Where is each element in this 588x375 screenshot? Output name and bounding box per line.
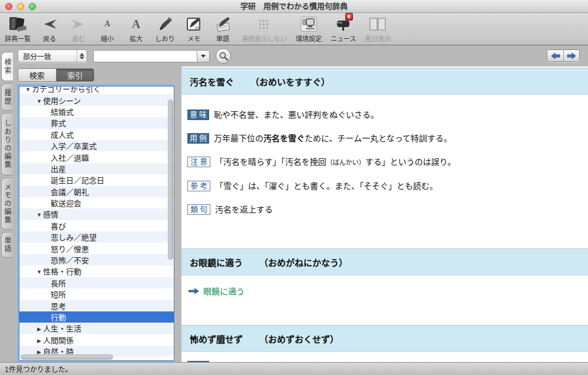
reading: （おめいをすすぐ） [250,75,330,88]
disclosure-triangle-icon[interactable] [35,324,43,333]
disclosure-triangle-icon[interactable] [35,210,43,218]
bookmark-button[interactable]: しおり [155,15,175,43]
word-register-button[interactable]: 単語 [213,15,233,43]
enlarge-text-button[interactable]: A 拡大 [126,15,146,43]
shrink-text-button[interactable]: A 縮小 [97,15,117,43]
tree-item[interactable]: 思考 [19,300,174,311]
minimize-window-button[interactable] [17,3,24,10]
panels-icon [369,15,387,33]
prev-entry-button[interactable] [547,50,563,61]
tree-item-label: 歓送迎会 [51,197,81,208]
back-button[interactable]: 戻る [39,15,60,43]
tree-item-label: カテゴリーから引く [32,86,101,94]
diff-display-button[interactable]: 差分表示 [365,15,391,43]
tree-item[interactable]: 喜び [19,220,174,231]
memo-button[interactable]: メモ [184,15,204,43]
tree-item[interactable]: 使用シーン [19,94,174,105]
tree-item[interactable]: 性格・行動 [19,266,174,277]
news-button[interactable]: 6 ニュース [331,15,356,43]
tree-item[interactable]: 長所 [19,277,174,288]
similar-text: 汚名を返上する [215,204,273,215]
tree-item-label: 悲しみ／絶望 [51,231,97,243]
tree-item[interactable]: 入学／卒業式 [19,140,174,151]
entry-content-pane: 汚名を雪ぐ （おめいをすすぐ） 意味 恥や不名誉、また、悪い評判をぬぐいさる。 … [181,67,588,362]
tree-item[interactable]: 短所 [19,288,174,300]
disclosure-triangle-icon[interactable] [35,267,43,276]
tree-item[interactable]: 怒り／憎悪 [19,243,174,254]
zoom-window-button[interactable] [29,3,36,10]
entry-header: お眼鏡に適う （おめがねにかなう） [181,248,588,276]
window-title: 学研 用例でわかる慣用句辞典 [0,0,588,12]
side-tab-word[interactable]: 単語 [1,232,13,258]
search-input[interactable] [95,51,196,61]
tree-item[interactable]: 感情 [19,208,174,220]
pane-splitter[interactable] [174,67,181,362]
tree-item-selected[interactable]: 行動 [19,311,174,323]
disclosure-triangle-icon[interactable] [35,96,43,105]
match-mode-value: 部分一致 [23,51,51,61]
cross-reference-row: 眼鏡に適う [181,285,588,297]
entry-row-similar: 類句 汚名を返上する [181,204,588,215]
tree-item-label: 人生・生活 [43,323,81,334]
books-icon [8,15,28,33]
page-nav-buttons [547,49,580,62]
tree-item-label: 喜び [51,220,66,231]
tree-item[interactable]: 出産 [19,163,174,174]
tree-item-label: 行動 [51,311,66,323]
entry-row-example: 用例 万年最下位の汚名を雪ぐために、チーム一丸となって特訓する。 [181,132,588,144]
tree-item[interactable]: 歓送迎会 [19,197,174,208]
preferences-button[interactable]: 環境設定 [296,15,322,43]
blue-left-arrow-icon [551,52,560,59]
toolbar: 辞典一覧 戻る 進む A 縮小 A 拡大 しおり [0,13,588,45]
tree-item[interactable]: 結婚式 [19,106,174,117]
tree-item[interactable]: 入社／退職 [19,151,174,162]
caution-text: 「汚名を晴らす」「汚名を挽回（ばんかい）する」というのは誤り。 [215,156,455,168]
vertical-scrollbar-thumb[interactable] [168,99,173,260]
continuous-display-button[interactable]: 連続表示しない [242,15,287,43]
tree-item[interactable]: 誕生日／記念日 [19,174,174,185]
tree-item[interactable]: カテゴリーから引く [19,86,174,94]
tree-item[interactable]: 恐怖／不安 [19,254,174,266]
tree-item-label: 性格・行動 [43,266,81,277]
close-window-button[interactable] [5,3,12,10]
cross-reference-link[interactable]: 眼鏡に適う [203,285,245,297]
dictionary-list-button[interactable]: 辞典一覧 [5,15,31,43]
tree-item[interactable]: 人生・生活 [19,323,174,334]
tree-item[interactable]: 成人式 [19,129,174,140]
reference-text: 「雪ぐ」は、「濯ぐ」とも書く。また、「そそぐ」とも読む。 [215,180,438,192]
disclosure-triangle-icon[interactable] [35,336,43,344]
forward-button[interactable]: 進む [68,15,88,43]
horizontal-scrollbar-thumb[interactable] [21,354,113,360]
back-arrow-icon [41,15,58,33]
caution-badge: 注意 [187,157,210,167]
disclosure-triangle-icon[interactable] [24,86,32,93]
meaning-badge: 意味 [187,109,209,120]
history-dropdown-button[interactable] [197,51,209,62]
tree-item-label: 怒り／憎悪 [51,243,89,254]
bookmark-pen-icon [157,15,173,33]
tree-item-label: 使用シーン [43,95,81,106]
side-tab-memo-edit[interactable]: メモの編集 [1,178,13,230]
tree-item-label: 成人式 [51,129,74,140]
side-tab-bookmark-edit[interactable]: しおりの編集 [1,113,13,175]
entry-header: 汚名を雪ぐ （おめいをすすぐ） [181,68,588,95]
meaning-text: 恥や不名誉、また、悪い評判をぬぐいさる。 [214,109,379,121]
tree-item[interactable]: 葬式 [19,117,174,128]
search-button[interactable] [216,48,231,64]
tree-item[interactable]: 悲しみ／絶望 [19,231,174,243]
search-icon [219,51,229,61]
next-entry-button[interactable] [563,50,579,61]
forward-arrow-icon [70,15,87,33]
tree-item-label: 人間関係 [43,334,74,346]
entry-row-meaning: 意味 恥や不名誉、また、悪い評判をぬぐいさる。 [181,109,588,121]
reading: （おめずおくせず） [259,333,339,345]
tree-item[interactable]: 人間関係 [19,334,174,346]
side-tab-history[interactable]: 履歴 [1,84,13,111]
tree-item[interactable]: 会議／朝礼 [19,186,174,197]
status-bar: 1件見つかりました。 [0,362,588,375]
tab-index[interactable]: 索引 [56,69,94,81]
side-tab-search[interactable]: 検索 [1,52,13,81]
tab-search[interactable]: 検索 [18,69,56,81]
match-mode-select[interactable]: 部分一致 [18,49,87,62]
tree-item-label: 誕生日／記念日 [51,174,104,185]
